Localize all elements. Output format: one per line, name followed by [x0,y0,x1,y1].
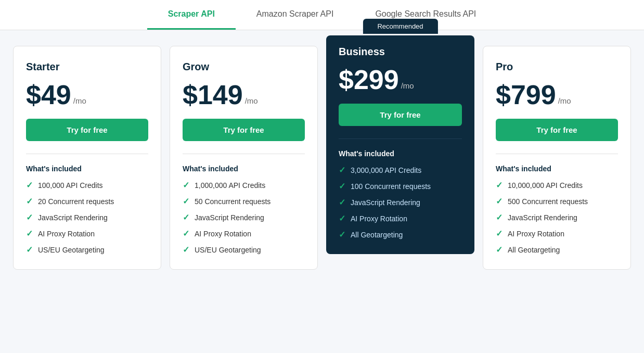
feature-item: ✓JavaScript Rendering [26,212,148,222]
feature-item: ✓All Geotargeting [496,245,618,255]
price-period-grow: /mo [245,96,258,105]
features-list-pro: ✓10,000,000 API Credits ✓500 Concurrent … [496,180,618,255]
divider-grow [183,154,305,154]
check-icon: ✓ [339,197,345,207]
price-amount-starter: $49 [26,81,71,108]
check-icon: ✓ [496,180,503,190]
recommended-badge: Recommended [363,19,437,34]
included-title-starter: What's included [26,165,148,173]
feature-item: ✓AI Proxy Rotation [183,229,305,238]
feature-item: ✓All Geotargeting [339,230,462,239]
feature-item: ✓10,000,000 API Credits [496,180,618,190]
feature-item: ✓AI Proxy Rotation [496,229,618,238]
check-icon: ✓ [496,245,503,255]
features-list-starter: ✓100,000 API Credits ✓20 Concurrent requ… [26,180,148,255]
cta-button-starter[interactable]: Try for free [26,119,148,141]
pricing-area: Starter $49 /mo Try for free What's incl… [0,30,644,285]
plan-name-business: Business [339,46,462,58]
plan-price-grow: $149 /mo [183,81,305,108]
feature-item: ✓AI Proxy Rotation [26,229,148,238]
feature-item: ✓50 Concurrent requests [183,196,305,206]
feature-item: ✓100,000 API Credits [26,180,148,190]
feature-item: ✓JavaScript Rendering [496,212,618,222]
check-icon: ✓ [183,245,189,255]
divider-starter [26,154,148,154]
price-period-business: /mo [401,81,414,90]
check-icon: ✓ [26,180,33,190]
cta-button-pro[interactable]: Try for free [496,119,618,141]
check-icon: ✓ [183,196,189,206]
check-icon: ✓ [496,196,503,206]
feature-item: ✓500 Concurrent requests [496,196,618,206]
feature-item: ✓JavaScript Rendering [339,197,462,207]
plan-price-pro: $799 /mo [496,81,618,108]
cta-button-business[interactable]: Try for free [339,104,462,126]
price-amount-business: $299 [339,66,399,93]
included-title-pro: What's included [496,165,618,173]
check-icon: ✓ [183,180,189,190]
price-period-pro: /mo [558,96,571,105]
price-amount-grow: $149 [183,81,243,108]
feature-item: ✓3,000,000 API Credits [339,165,462,175]
check-icon: ✓ [339,165,345,175]
divider-pro [496,154,618,154]
feature-item: ✓1,000,000 API Credits [183,180,305,190]
feature-item: ✓AI Proxy Rotation [339,213,462,223]
feature-item: ✓US/EU Geotargeting [183,245,305,255]
plan-card-pro: Pro $799 /mo Try for free What's include… [483,46,631,270]
included-title-grow: What's included [183,165,305,173]
plan-card-starter: Starter $49 /mo Try for free What's incl… [13,46,161,270]
check-icon: ✓ [26,229,33,238]
check-icon: ✓ [26,196,33,206]
check-icon: ✓ [26,245,33,255]
check-icon: ✓ [339,181,345,191]
check-icon: ✓ [26,212,33,222]
check-icon: ✓ [496,229,503,238]
features-list-business: ✓3,000,000 API Credits ✓100 Concurrent r… [339,165,462,239]
feature-item: ✓100 Concurrent requests [339,181,462,191]
check-icon: ✓ [183,212,189,222]
feature-item: ✓US/EU Geotargeting [26,245,148,255]
tab-scraper-api[interactable]: Scraper API [147,0,236,30]
price-period-starter: /mo [73,96,86,105]
plan-name-pro: Pro [496,61,618,73]
included-title-business: What's included [339,149,462,158]
plan-card-grow: Grow $149 /mo Try for free What's includ… [170,46,318,270]
price-amount-pro: $799 [496,81,556,108]
feature-item: ✓20 Concurrent requests [26,196,148,206]
check-icon: ✓ [339,230,345,239]
plan-price-business: $299 /mo [339,66,462,93]
plan-card-business: Recommended Business $299 /mo Try for fr… [326,35,474,254]
tab-amazon-scraper-api[interactable]: Amazon Scraper API [236,0,355,30]
cta-button-grow[interactable]: Try for free [183,119,305,141]
check-icon: ✓ [339,213,345,223]
plan-name-grow: Grow [183,61,305,73]
features-list-grow: ✓1,000,000 API Credits ✓50 Concurrent re… [183,180,305,255]
feature-item: ✓JavaScript Rendering [183,212,305,222]
divider-business [339,138,462,139]
plan-name-starter: Starter [26,61,148,73]
check-icon: ✓ [183,229,189,238]
tabs-bar: Scraper API Amazon Scraper API Google Se… [0,0,644,30]
check-icon: ✓ [496,212,503,222]
plan-price-starter: $49 /mo [26,81,148,108]
